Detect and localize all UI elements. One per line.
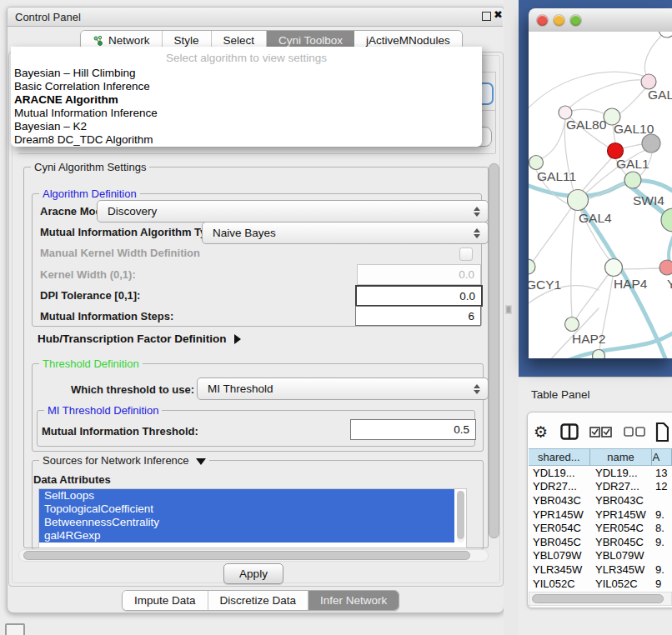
scrollbar-thumb[interactable] — [23, 551, 470, 560]
column-header-a[interactable]: A — [652, 448, 672, 466]
table-row[interactable]: YBR045CYBR045C9. — [529, 535, 672, 549]
network-node[interactable] — [529, 156, 544, 170]
table-cell: YDL19... — [590, 467, 653, 479]
table-cell: YBL079W — [590, 549, 653, 562]
network-node[interactable] — [529, 259, 535, 274]
node-label: GAL1 — [616, 157, 649, 171]
table-row[interactable]: YBR043CYBR043C — [529, 493, 672, 508]
network-node[interactable] — [593, 350, 605, 359]
table-row[interactable]: YER054CYER054C8. — [529, 521, 672, 535]
section-divider — [18, 153, 495, 154]
attribute-item-betweennesscentrality[interactable]: BetweennessCentrality — [39, 516, 454, 529]
scrollbar-thumb[interactable] — [532, 594, 664, 603]
column-header-shared[interactable]: shared... — [529, 448, 590, 466]
aracne-mode-select[interactable]: Discovery — [97, 200, 489, 222]
hub-definition-expander[interactable]: Hub/Transcription Factor Definition — [38, 332, 241, 345]
algorithm-item-dream8-dc-tdc-algorithm[interactable]: Dream8 DC_TDC Algorithm — [14, 133, 479, 147]
network-edge — [576, 274, 609, 318]
data-attributes-list[interactable]: SelfLoopsTopologicalCoefficientBetweenne… — [38, 488, 467, 548]
panel-gap — [504, 0, 519, 635]
table-row[interactable]: YLR345WYLR345W9. — [529, 562, 672, 577]
algorithm-item-basic-correlation-inference[interactable]: Basic Correlation Inference — [14, 80, 479, 93]
bottom-tab-impute-data[interactable]: Impute Data — [123, 591, 208, 610]
table-row[interactable]: YPR145WYPR145W9. — [529, 508, 672, 522]
table-cell: 8. — [653, 522, 672, 534]
table-cell: 9 — [653, 578, 672, 590]
column-header-name[interactable]: name — [590, 448, 653, 466]
sources-expander[interactable]: Sources for Network Inference — [39, 454, 209, 467]
manual-kernel-label: Manual Kernel Width Definition — [40, 247, 200, 259]
mi-type-select[interactable]: Naive Bayes — [202, 222, 489, 244]
horizontal-scrollbar[interactable] — [18, 549, 489, 562]
network-edge — [644, 35, 662, 75]
mi-threshold-input[interactable]: 0.5 — [350, 419, 476, 440]
node-label: GAL80 — [566, 118, 607, 132]
manual-kernel-checkbox[interactable] — [459, 248, 473, 261]
algorithm-item-bayesian-hill-climbing[interactable]: Bayesian – Hill Climbing — [14, 67, 479, 80]
close-icon[interactable]: ✖ — [494, 8, 503, 21]
which-threshold-label: Which threshold to use: — [71, 383, 194, 396]
network-canvas[interactable]: GALGAL80GAL10GAL1GAL11SWI4GAL4GCY1HAP4YH… — [529, 32, 672, 358]
network-edge — [529, 207, 572, 268]
table-cell: 9. — [653, 563, 672, 576]
tab-label: Select — [223, 34, 255, 47]
aracne-mode-value: Discovery — [108, 205, 157, 218]
table-rows: YDL19...YDL19...13YDR27...YDR27...12YBR0… — [529, 466, 672, 591]
close-light-icon[interactable] — [537, 15, 548, 26]
bottom-tab-discretize-data[interactable]: Discretize Data — [208, 591, 309, 610]
table-cell: YIL052C — [590, 578, 653, 590]
algorithm-item-bayesian-k2[interactable]: Bayesian – K2 — [14, 120, 479, 133]
which-threshold-select[interactable]: MI Threshold — [197, 378, 489, 400]
network-window-titlebar[interactable] — [529, 8, 672, 32]
algorithm-item-mutual-information-inference[interactable]: Mutual Information Inference — [14, 107, 479, 120]
table-row[interactable]: YDR27...YDR27...12 — [529, 480, 672, 494]
attribute-item-selfloops[interactable]: SelfLoops — [39, 489, 454, 502]
table-cell: YER054C — [590, 522, 653, 534]
network-node[interactable] — [568, 190, 589, 211]
mi-type-value: Naive Bayes — [213, 227, 276, 239]
node-label: Y — [667, 277, 672, 291]
table-header[interactable]: shared...nameA — [529, 448, 672, 466]
data-attributes-label: Data Attributes — [33, 473, 111, 486]
document-icon[interactable] — [655, 422, 669, 442]
algorithm-item-aracne-algorithm[interactable]: ARACNE Algorithm — [14, 93, 479, 107]
attribute-item-topologicalcoefficient[interactable]: TopologicalCoefficient — [39, 502, 454, 516]
table-cell: YPR145W — [590, 508, 653, 521]
attribute-item-gal4rgexp[interactable]: gal4RGexp — [39, 529, 454, 542]
checked-boxes-icon[interactable] — [589, 427, 612, 438]
bottom-tab-infer-network[interactable]: Infer Network — [308, 591, 399, 610]
docked-panel-icon[interactable] — [5, 623, 25, 635]
table-row[interactable]: YBL079WYBL079W — [529, 549, 672, 563]
node-label: GAL10 — [614, 122, 654, 136]
apply-button[interactable]: Apply — [223, 563, 283, 584]
zoom-light-icon[interactable] — [570, 15, 581, 26]
table-toolbar: ⚙ — [534, 418, 672, 445]
hub-definition-label: Hub/Transcription Factor Definition — [38, 332, 227, 345]
kernel-width-input[interactable]: 0.0 — [357, 264, 481, 285]
float-panel-icon[interactable] — [482, 12, 491, 21]
network-node[interactable] — [624, 172, 641, 188]
table-row[interactable]: YDL19...YDL19...13 — [529, 466, 672, 480]
unchecked-boxes-icon[interactable] — [624, 427, 645, 438]
splitter-handle[interactable] — [505, 305, 512, 314]
network-node[interactable] — [642, 134, 660, 152]
table-horizontal-scrollbar[interactable] — [529, 592, 672, 606]
columns-icon[interactable] — [560, 423, 579, 440]
network-edge — [619, 88, 645, 114]
network-window[interactable]: GALGAL80GAL10GAL1GAL11SWI4GAL4GCY1HAP4YH… — [529, 8, 672, 358]
gear-icon[interactable]: ⚙ — [534, 422, 548, 442]
network-node[interactable] — [565, 318, 579, 332]
group-title: Threshold Definition — [39, 358, 143, 370]
network-node[interactable] — [659, 260, 672, 275]
table-row[interactable]: YIL052CYIL052C9 — [529, 577, 672, 591]
list-scrollbar[interactable] — [457, 491, 464, 542]
scrollbar-thumb[interactable] — [457, 491, 464, 539]
mi-threshold-label: Mutual Information Threshold: — [42, 425, 198, 438]
network-node[interactable] — [605, 259, 623, 277]
vertical-scrollbar-thumb[interactable] — [489, 163, 499, 538]
control-panel-titlebar[interactable] — [8, 8, 503, 27]
dpi-tolerance-input[interactable]: 0.0 — [355, 285, 483, 307]
minimize-light-icon[interactable] — [554, 15, 564, 26]
network-edge — [540, 119, 565, 159]
mi-steps-input[interactable]: 6 — [355, 306, 481, 326]
